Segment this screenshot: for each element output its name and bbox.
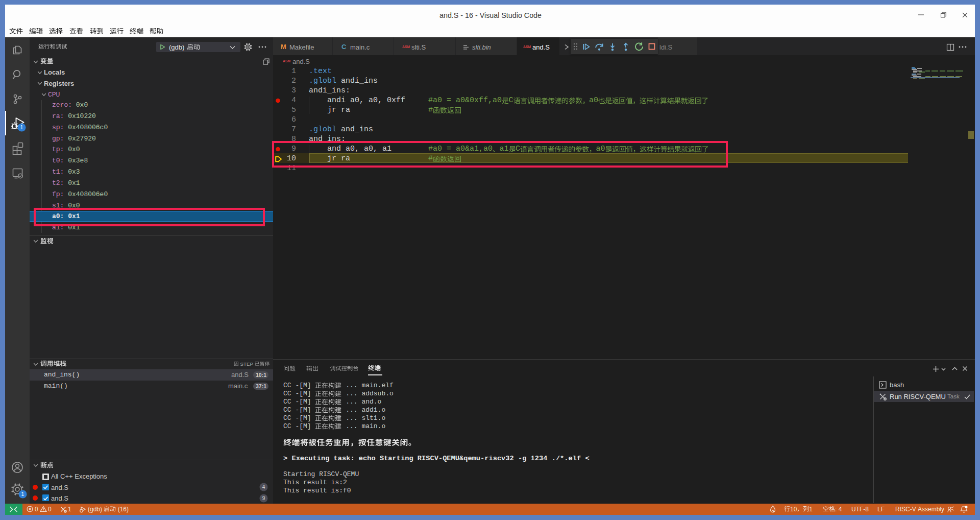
svg-text:1: 1	[21, 491, 24, 497]
svg-text:1: 1	[20, 124, 23, 130]
svg-text:9: 9	[262, 495, 265, 501]
svg-text:4: 4	[262, 484, 265, 490]
